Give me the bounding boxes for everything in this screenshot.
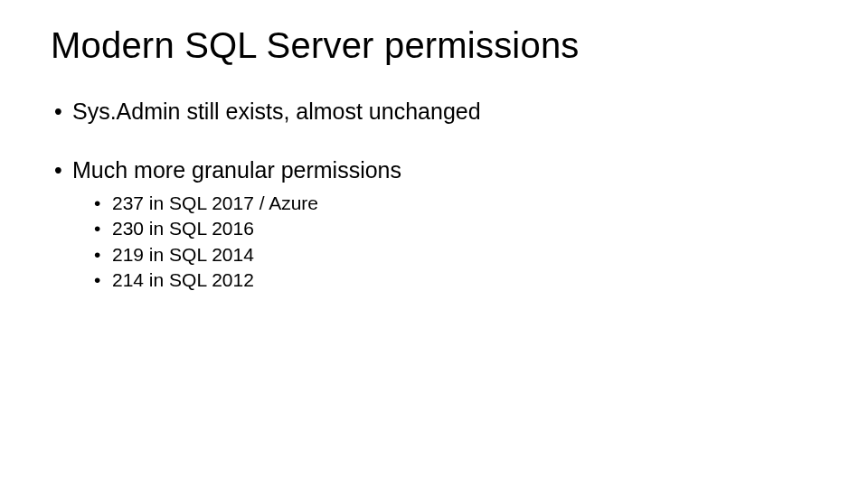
list-item: Sys.Admin still exists, almost unchanged bbox=[72, 99, 817, 125]
bullet-text: 219 in SQL 2014 bbox=[112, 244, 254, 265]
bullet-text: Much more granular permissions bbox=[72, 157, 401, 183]
bullet-list: Sys.Admin still exists, almost unchanged… bbox=[51, 99, 817, 293]
bullet-text: 214 in SQL 2012 bbox=[112, 269, 254, 290]
list-item: 214 in SQL 2012 bbox=[112, 267, 817, 293]
list-item: 230 in SQL 2016 bbox=[112, 216, 817, 241]
slide-title: Modern SQL Server permissions bbox=[51, 25, 817, 66]
list-item: 219 in SQL 2014 bbox=[112, 242, 817, 267]
bullet-text: 237 in SQL 2017 / Azure bbox=[112, 192, 318, 213]
slide: Modern SQL Server permissions Sys.Admin … bbox=[0, 0, 868, 488]
sub-bullet-list: 237 in SQL 2017 / Azure 230 in SQL 2016 … bbox=[72, 191, 817, 293]
list-item: 237 in SQL 2017 / Azure bbox=[112, 191, 817, 216]
bullet-text: 230 in SQL 2016 bbox=[112, 218, 254, 239]
list-item: Much more granular permissions 237 in SQ… bbox=[72, 157, 817, 293]
bullet-text: Sys.Admin still exists, almost unchanged bbox=[72, 99, 481, 124]
